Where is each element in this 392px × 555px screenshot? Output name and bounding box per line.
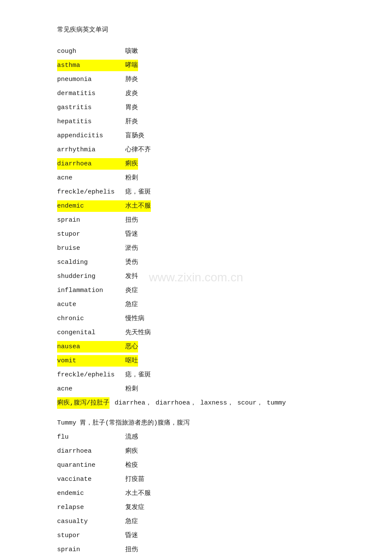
- vocab-chinese: 水土不服: [125, 200, 151, 212]
- vocab-section-1: cough咳嗽asthma哮喘pneumonia肺炎dermatitis皮炎ga…: [57, 46, 335, 555]
- vocab-english: chronic: [57, 313, 125, 324]
- vocab-chinese: 急症: [125, 516, 138, 527]
- vocab-english: quarantine: [57, 460, 125, 471]
- special-row-english: diarrhea， diarrhoea， laxness， scour， tum…: [115, 397, 286, 409]
- vocab-english: arrhythmia: [57, 144, 125, 156]
- vocab-chinese: 盲肠炎: [125, 130, 144, 142]
- vocab-row: bruise淤伤: [57, 243, 335, 254]
- vocab-english: endemic: [57, 200, 125, 212]
- vocab-chinese: 心律不齐: [125, 144, 151, 156]
- vocab-row: inflammation炎症: [57, 285, 335, 296]
- tummy-english: Tummy: [57, 417, 76, 429]
- vocab-english: congenital: [57, 327, 125, 338]
- vocab-chinese: 复发症: [125, 502, 144, 513]
- vocab-chinese: 胃炎: [125, 102, 138, 113]
- vocab-chinese: 烫伤: [125, 257, 138, 268]
- vocab-row: diarrhoea痢疾: [57, 158, 335, 170]
- special-row: 痢疾,腹泻/拉肚子diarrhea， diarrhoea， laxness， s…: [57, 397, 335, 409]
- vocab-english: acne: [57, 172, 125, 184]
- vocab-chinese: 淤伤: [125, 243, 138, 254]
- vocab-row: vaccinate打疫苗: [57, 474, 335, 485]
- vocab-chinese: 恶心: [125, 341, 138, 353]
- vocab-row: acute急症: [57, 299, 335, 310]
- vocab-english: freckle/ephelis: [57, 186, 125, 198]
- vocab-english: vomit: [57, 355, 125, 367]
- vocab-chinese: 流感: [125, 431, 138, 443]
- vocab-chinese: 肝炎: [125, 116, 138, 127]
- vocab-row: acne粉刺: [57, 172, 335, 184]
- vocab-row: vomit呕吐: [57, 355, 335, 367]
- vocab-chinese: 粉刺: [125, 383, 138, 395]
- vocab-english: appendicitis: [57, 130, 125, 142]
- vocab-row: freckle/ephelis痣，雀斑: [57, 369, 335, 381]
- vocab-english: sprain: [57, 214, 125, 226]
- vocab-english: casualty: [57, 516, 125, 527]
- vocab-row: relapse复发症: [57, 502, 335, 513]
- vocab-chinese: 打疫苗: [125, 474, 144, 485]
- vocab-row: hepatitis肝炎: [57, 116, 335, 127]
- vocab-english: gastritis: [57, 102, 125, 113]
- vocab-row: acne粉刺: [57, 383, 335, 395]
- vocab-english: asthma: [57, 60, 125, 71]
- vocab-row: cough咳嗽: [57, 46, 335, 57]
- vocab-english: freckle/ephelis: [57, 369, 125, 381]
- vocab-chinese: 痢疾: [125, 445, 138, 457]
- vocab-chinese: 皮炎: [125, 88, 138, 99]
- vocab-chinese: 昏迷: [125, 530, 138, 541]
- vocab-english: stupor: [57, 228, 125, 240]
- vocab-english: sprain: [57, 544, 125, 555]
- vocab-chinese: 水土不服: [125, 488, 151, 499]
- vocab-row: congenital先天性病: [57, 327, 335, 338]
- vocab-chinese: 痢疾: [125, 158, 138, 170]
- vocab-row: endemic水土不服: [57, 488, 335, 499]
- vocab-row: gastritis胃炎: [57, 102, 335, 113]
- vocab-row: flu流感: [57, 431, 335, 443]
- vocab-chinese: 检疫: [125, 460, 138, 471]
- vocab-chinese: 呕吐: [125, 355, 138, 367]
- vocab-row: pneumonia肺炎: [57, 74, 335, 85]
- vocab-english: shuddering: [57, 271, 125, 282]
- vocab-chinese: 发抖: [125, 271, 138, 282]
- vocab-row: sprain扭伤: [57, 214, 335, 226]
- vocab-english: cough: [57, 46, 125, 57]
- vocab-chinese: 痣，雀斑: [125, 186, 151, 198]
- vocab-chinese: 先天性病: [125, 327, 151, 338]
- vocab-english: nausea: [57, 341, 125, 353]
- vocab-english: scalding: [57, 257, 125, 268]
- vocab-row: chronic慢性病: [57, 313, 335, 324]
- vocab-row: quarantine检疫: [57, 460, 335, 471]
- vocab-row: endemic水土不服: [57, 200, 335, 212]
- vocab-english: dermatitis: [57, 88, 125, 99]
- vocab-chinese: 痣，雀斑: [125, 369, 151, 381]
- vocab-chinese: 哮喘: [125, 60, 138, 71]
- vocab-row: shuddering发抖: [57, 271, 335, 282]
- vocab-english: pneumonia: [57, 74, 125, 85]
- vocab-row: appendicitis盲肠炎: [57, 130, 335, 142]
- vocab-english: diarrhoea: [57, 158, 125, 170]
- vocab-chinese: 肺炎: [125, 74, 138, 85]
- vocab-row: dermatitis皮炎: [57, 88, 335, 99]
- vocab-row: freckle/ephelis痣，雀斑: [57, 186, 335, 198]
- vocab-row: nausea恶心: [57, 341, 335, 353]
- tummy-chinese: 胃，肚子(常指旅游者患的)腹痛，腹泻: [80, 417, 190, 429]
- vocab-chinese: 炎症: [125, 285, 138, 296]
- vocab-english: bruise: [57, 243, 125, 254]
- special-row-chinese: 痢疾,腹泻/拉肚子: [57, 397, 110, 409]
- vocab-english: endemic: [57, 488, 125, 499]
- vocab-chinese: 扭伤: [125, 214, 138, 226]
- page-title: 常见疾病英文单词: [57, 26, 335, 34]
- vocab-row: stupor昏迷: [57, 530, 335, 541]
- vocab-chinese: 急症: [125, 299, 138, 310]
- tummy-row: Tummy胃，肚子(常指旅游者患的)腹痛，腹泻: [57, 417, 335, 429]
- vocab-english: diarrhoea: [57, 445, 125, 457]
- vocab-row: scalding烫伤: [57, 257, 335, 268]
- vocab-chinese: 昏迷: [125, 228, 138, 240]
- vocab-english: relapse: [57, 502, 125, 513]
- vocab-row: diarrhoea痢疾: [57, 445, 335, 457]
- vocab-chinese: 咳嗽: [125, 46, 138, 57]
- vocab-english: vaccinate: [57, 474, 125, 485]
- vocab-chinese: 慢性病: [125, 313, 144, 324]
- vocab-row: arrhythmia心律不齐: [57, 144, 335, 156]
- vocab-row: sprain扭伤: [57, 544, 335, 555]
- vocab-chinese: 粉刺: [125, 172, 138, 184]
